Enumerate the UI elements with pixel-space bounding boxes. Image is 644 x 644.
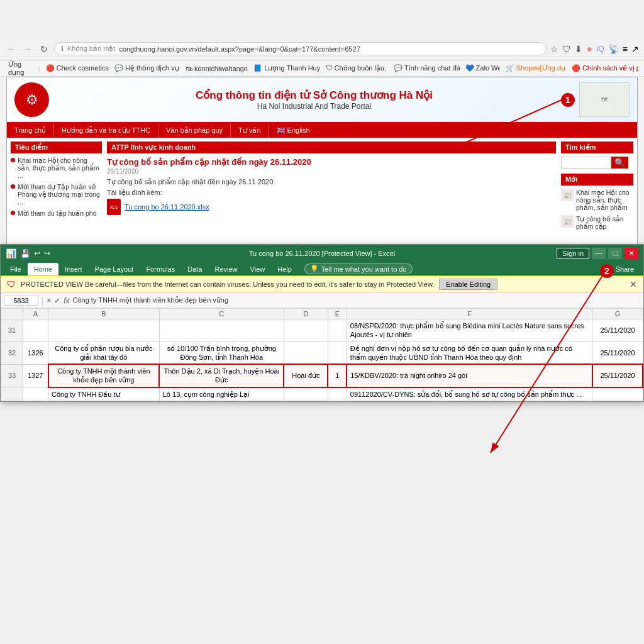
address-bar[interactable]: ℹ Không bảo mật congthuong.hanoi.gov.vn/…	[54, 42, 547, 55]
row-33-a[interactable]: 1327	[23, 364, 48, 387]
row-31-g[interactable]: 25/11/2020	[592, 319, 643, 342]
excel-titlebar: 📊 💾 ↩ ↪ Tu cong bo 26.11.2020 [Protected…	[1, 245, 643, 262]
bookmark-apps[interactable]: Ứng dụng	[5, 60, 36, 77]
row-32-e[interactable]	[328, 341, 347, 364]
search-input[interactable]	[561, 157, 611, 169]
bookmark-7[interactable]: 💙 Zalo Web	[462, 64, 500, 73]
tell-me-box[interactable]: 💡 Tell me what you want to do	[304, 264, 413, 274]
quick-save[interactable]: 💾	[20, 249, 30, 258]
row-31-c[interactable]	[159, 319, 284, 342]
right-news-2[interactable]: 📰 Tự công bố sản phẩm cập	[561, 215, 633, 230]
row-33-g[interactable]: 25/11/2020	[592, 364, 643, 387]
row-33-c[interactable]: Thôn Dậu 2, xã Di Trạch, huyện Hoài Đức	[159, 364, 284, 387]
row-34-c[interactable]: Lô 13, cụm công nghiệp Lại	[159, 387, 284, 401]
row-33-d[interactable]: Hoài đức	[284, 364, 328, 387]
article-body: Tự công bố sản phẩm cập nhật đến ngày 26…	[107, 178, 556, 186]
nav-english[interactable]: 🇬🇧 English	[269, 123, 318, 138]
nav-trangchu[interactable]: Trang chủ	[7, 123, 54, 138]
bookmark-3[interactable]: 🛍 konnichiwahangnha...	[182, 64, 248, 73]
bookmark-9[interactable]: 🔴 Chính sách về vị pha...	[569, 64, 639, 73]
browser-window: ← → ↻ ℹ Không bảo mật congthuong.hanoi.g…	[0, 38, 644, 277]
article-title[interactable]: Tự công bố sản phẩm cập nhật đến ngày 26…	[107, 157, 556, 167]
protected-text: PROTECTED VIEW Be careful—files from the…	[21, 280, 434, 288]
attachment-box[interactable]: XLS Tu cong bo 26.11.2020.xlsx	[107, 199, 556, 215]
bookmark-6[interactable]: 💬 Tính năng chat đánh...	[391, 64, 459, 73]
bullet-3	[11, 211, 15, 215]
row-34-e[interactable]	[328, 387, 347, 401]
tab-formulas[interactable]: Formulas	[140, 263, 181, 275]
nav-back-button[interactable]: ←	[5, 43, 18, 55]
right-news-1[interactable]: 📰 Khai mạc Hội cho nông sản, thực phẩm, …	[561, 189, 633, 211]
tab-review[interactable]: Review	[208, 263, 243, 275]
row-34-a[interactable]	[23, 387, 48, 401]
row-32-d[interactable]	[284, 341, 328, 364]
col-header-d[interactable]: D	[284, 309, 328, 319]
row-31-a[interactable]	[23, 319, 48, 342]
row-33-f[interactable]: 15/KDBV/2020: trà night orihiro 24 gói	[347, 364, 592, 387]
left-news-3[interactable]: Mời tham du tập huấn phó	[11, 209, 102, 217]
share-button[interactable]: Share	[609, 263, 640, 275]
row-32-c[interactable]: số 10/100 Trần bình trọng, phường Đông S…	[159, 341, 284, 364]
col-header-e[interactable]: E	[328, 309, 347, 319]
tab-file[interactable]: File	[4, 263, 28, 275]
row-32-f[interactable]: Đề nghị đơn vị nộp hồ sơ tự công bố đến …	[347, 341, 592, 364]
tab-home[interactable]: Home	[28, 263, 58, 275]
row-32-a[interactable]: 1326	[23, 341, 48, 364]
row-33-e[interactable]: 1	[328, 364, 347, 387]
row-34-f[interactable]: 09112020/CV-DYNS: sửa đổi, bổ sung hồ sơ…	[347, 387, 592, 401]
nav-huongdan[interactable]: Hướng dẫn và tra cứu TTHC	[54, 123, 158, 138]
col-header-g[interactable]: G	[592, 309, 643, 319]
tab-insert[interactable]: Insert	[58, 263, 89, 275]
row-32-b[interactable]: Công ty cổ phần rượu bia nước giải khát …	[48, 341, 160, 364]
nav-tuvan[interactable]: Tư vấn	[231, 123, 269, 138]
row-34-b[interactable]: Công ty TNHH Đầu tư	[48, 387, 160, 401]
col-header-c[interactable]: C	[159, 309, 284, 319]
article-date: 26/11/2020	[107, 168, 556, 175]
row-31-f[interactable]: 08/NSPĐ/2020: thực phẩm bổ sung Blédina …	[347, 319, 592, 342]
quick-undo[interactable]: ↩	[34, 249, 40, 258]
excel-window: 📊 💾 ↩ ↪ Tu cong bo 26.11.2020 [Protected…	[0, 244, 644, 402]
nav-vanban[interactable]: Văn bản pháp quy	[158, 123, 231, 138]
tab-page-layout[interactable]: Page Layout	[89, 263, 140, 275]
close-protected-bar[interactable]: ✕	[630, 279, 637, 289]
row-31-header: 31	[1, 319, 23, 342]
check-btn[interactable]: ✓	[54, 296, 60, 305]
bookmark-8[interactable]: 🛒 Shopee[Ứng dụng...	[502, 64, 566, 73]
nav-forward-button[interactable]: →	[21, 43, 34, 55]
col-header-b[interactable]: B	[48, 309, 160, 319]
minimize-button[interactable]: —	[592, 248, 606, 259]
fx-btn[interactable]: ×	[47, 296, 51, 305]
close-button[interactable]: ✕	[625, 248, 638, 259]
bookmark-2[interactable]: 💬 Hệ thống dịch vụ cô...	[111, 64, 180, 73]
row-33-b[interactable]: Công ty TNHH một thành viên khỏe đẹp bền…	[48, 364, 160, 387]
star-icon[interactable]: ☆	[550, 44, 558, 54]
enable-editing-button[interactable]: Enable Editing	[439, 279, 497, 290]
badge-1-label: 1	[565, 95, 570, 105]
row-31-d[interactable]	[284, 319, 328, 342]
download-icon[interactable]: ⬇	[575, 44, 582, 54]
bookmark-5[interactable]: 🛡 Chống buôn lậu, hà...	[323, 64, 389, 73]
col-header-f[interactable]: F	[347, 309, 592, 319]
signin-button[interactable]: Sign in	[557, 248, 589, 259]
bookmark-4[interactable]: 📘 Lượng Thanh Huyền...	[250, 64, 319, 73]
bullet-2	[11, 184, 15, 189]
row-31-b[interactable]	[48, 319, 160, 342]
col-header-a[interactable]: A	[23, 309, 48, 319]
cell-ref-input[interactable]	[4, 296, 38, 306]
row-31-e[interactable]	[328, 319, 347, 342]
search-button[interactable]: 🔍	[611, 157, 628, 169]
row-32-g[interactable]: 25/11/2020	[592, 341, 643, 364]
bookmark-1[interactable]: 🔴 Check cosmetics or...	[43, 64, 109, 73]
shield-protected-icon: 🛡	[7, 279, 16, 289]
restore-button[interactable]: □	[608, 248, 622, 259]
left-news-2[interactable]: Mời tham dự Tập huấn về Phòng vệ thương …	[11, 183, 102, 206]
left-news-1[interactable]: Khai mạc Hội cho nông sản, thực phẩm, sả…	[11, 157, 102, 179]
left-section-title: Tiêu điểm	[11, 142, 102, 153]
row-34-d[interactable]	[284, 387, 328, 401]
quick-redo[interactable]: ↪	[44, 249, 50, 258]
tab-data[interactable]: Data	[181, 263, 208, 275]
row-34-g[interactable]	[592, 387, 643, 401]
tab-help[interactable]: Help	[271, 263, 298, 275]
tab-view[interactable]: View	[244, 263, 272, 275]
nav-refresh-button[interactable]: ↻	[38, 43, 50, 55]
